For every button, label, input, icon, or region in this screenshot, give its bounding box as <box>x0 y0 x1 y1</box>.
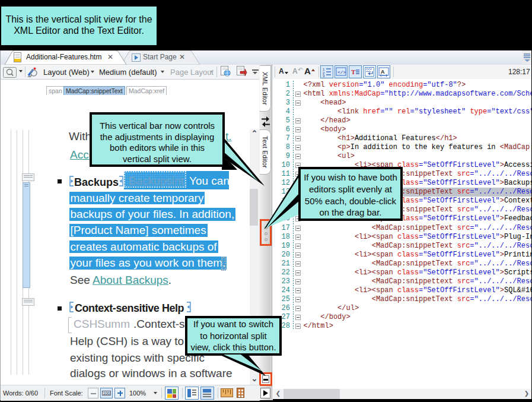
svg-text:3: 3 <box>323 74 325 78</box>
svg-text:T: T <box>351 68 356 75</box>
svg-text:</>: </> <box>337 69 346 75</box>
svg-text:A: A <box>381 69 385 75</box>
